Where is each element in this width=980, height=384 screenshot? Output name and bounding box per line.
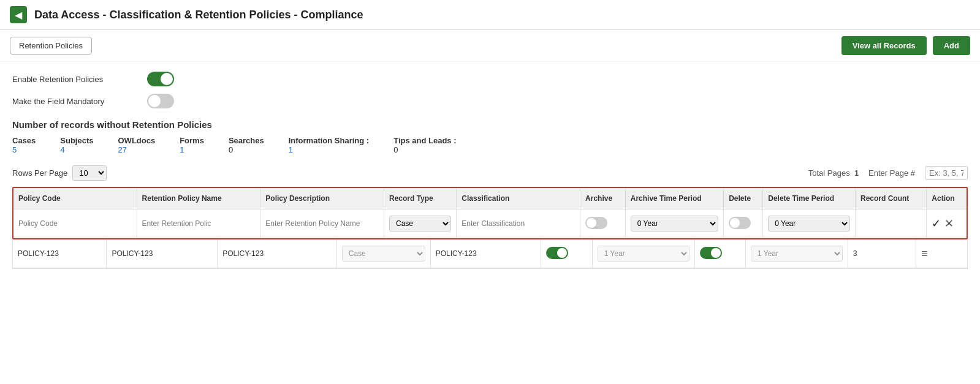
stat-info-sharing-value[interactable]: 1 [289,145,369,154]
new-record-type-select[interactable]: Case Subject OWLdoc Form [389,216,451,232]
rows-per-page-label: Rows Per Page [12,168,67,178]
existing-delete-knob [711,248,721,258]
new-archive-toggle[interactable] [585,217,607,229]
new-archive-time-cell: 0 Year 1 Year 2 Year 3 Year [625,209,723,238]
mandatory-field-row: Make the Field Mandatory [12,94,968,108]
stat-searches-label: Searches [229,136,264,145]
mandatory-field-toggle[interactable] [147,94,174,108]
stat-subjects-label: Subjects [60,136,93,145]
stat-searches-value: 0 [229,145,264,154]
page-number-input[interactable] [925,166,968,180]
new-action-icons: ✓ ✕ [932,217,962,230]
col-policy-code: Policy Code [13,188,137,209]
stat-subjects-value[interactable]: 4 [60,145,93,154]
col-record-count: Record Count [856,188,927,209]
col-archive-time: Archive Time Period [625,188,723,209]
existing-rows-table-wrapper: POLICY-123 POLICY-123 POLICY-123 Case [12,239,968,269]
existing-archive-toggle[interactable] [546,247,568,259]
existing-policy-name-cell: POLICY-123 [107,239,218,268]
new-delete-toggle[interactable] [729,217,751,229]
col-classification: Classification [457,188,580,209]
new-delete-time-cell: 0 Year 1 Year 2 Year [763,209,856,238]
stat-info-sharing-label: Information Sharing : [289,136,369,145]
rows-per-page-area: Rows Per Page 10 25 50 100 [12,165,107,181]
existing-policy-code-cell: POLICY-123 [13,239,107,268]
new-classification-cell [457,209,580,238]
col-archive: Archive [580,188,626,209]
stats-row: Cases 5 Subjects 4 OWLdocs 27 Forms 1 Se… [12,136,968,154]
cancel-row-button[interactable]: ✕ [944,217,954,230]
new-entry-row: Case Subject OWLdoc Form [13,209,967,238]
existing-record-count-value: 3 [853,249,857,258]
new-action-cell: ✓ ✕ [927,209,967,238]
new-record-count-cell [856,209,927,238]
pagination-right: Total Pages 1 Enter Page # [808,166,968,180]
pagination-row: Rows Per Page 10 25 50 100 Total Pages 1… [12,165,968,181]
mandatory-field-label: Make the Field Mandatory [12,97,147,106]
enable-retention-label: Enable Retention Policies [12,75,147,84]
enter-page-label: Enter Page # [868,168,915,178]
tabs-area: Retention Policies [10,37,92,55]
existing-archive-cell [541,239,592,268]
existing-policy-desc-value: POLICY-123 [222,249,264,258]
col-delete: Delete [724,188,763,209]
enable-retention-toggle[interactable] [147,72,174,86]
row-menu-button[interactable]: ≡ [921,247,927,260]
existing-policy-code-value: POLICY-123 [18,249,59,258]
new-policy-code-cell [13,209,137,238]
new-record-type-cell: Case Subject OWLdoc Form [384,209,457,238]
existing-archive-time-select[interactable]: 1 Year [598,246,689,262]
new-classification-input[interactable] [462,219,575,228]
stat-tips-leads: Tips and Leads : 0 [393,136,456,154]
add-button[interactable]: Add [933,36,970,55]
existing-archive-time-cell: 1 Year [592,239,694,268]
new-delete-cell [724,209,763,238]
col-policy-name: Retention Policy Name [137,188,260,209]
new-entry-table: Policy Code Retention Policy Name Policy… [12,187,968,239]
existing-policy-name-value: POLICY-123 [112,249,153,258]
existing-delete-time-select[interactable]: 1 Year [751,246,843,262]
view-all-records-button[interactable]: View all Records [841,36,927,55]
new-archive-time-select[interactable]: 0 Year 1 Year 2 Year 3 Year [631,216,718,232]
new-policy-name-cell [137,209,260,238]
total-pages-value: 1 [854,168,859,178]
existing-delete-time-cell: 1 Year [746,239,848,268]
new-policy-name-input[interactable] [142,219,256,228]
mandatory-field-knob [148,95,161,107]
total-pages-label: Total Pages 1 [808,168,859,178]
stat-forms: Forms 1 [180,136,204,154]
existing-classification-value: POLICY-123 [436,249,477,258]
table-header: Policy Code Retention Policy Name Policy… [13,188,967,209]
save-row-button[interactable]: ✓ [932,217,941,230]
rows-per-page-select[interactable]: 10 25 50 100 [72,165,107,181]
back-button[interactable]: ◀ [10,6,27,23]
stat-owldocs-value[interactable]: 27 [118,145,156,154]
stat-subjects: Subjects 4 [60,136,93,154]
existing-delete-toggle[interactable] [700,247,722,259]
existing-policy-desc-cell: POLICY-123 [218,239,337,268]
new-delete-time-select[interactable]: 0 Year 1 Year 2 Year [768,216,850,232]
page-header: ◀ Data Access - Classification & Retenti… [0,0,980,30]
stat-forms-label: Forms [180,136,204,145]
new-policy-desc-cell [260,209,384,238]
stat-owldocs-label: OWLdocs [118,136,156,145]
retention-policies-tab[interactable]: Retention Policies [10,37,92,55]
existing-record-type-select[interactable]: Case [342,246,425,262]
toolbar-right: View all Records Add [841,36,970,55]
stat-forms-value[interactable]: 1 [180,145,204,154]
page-title: Data Access - Classification & Retention… [34,9,363,21]
stat-cases-label: Cases [12,136,36,145]
existing-action-cell: ≡ [916,239,967,268]
existing-record-type-cell: Case [336,239,430,268]
new-policy-desc-input[interactable] [265,219,379,228]
existing-archive-knob [557,248,567,258]
new-delete-knob [730,218,740,228]
stat-cases-value[interactable]: 5 [12,145,36,154]
col-action: Action [927,188,967,209]
new-policy-code-input[interactable] [18,219,132,228]
existing-delete-cell [694,239,745,268]
stats-section-title: Number of records without Retention Poli… [12,119,968,130]
col-record-type: Record Type [384,188,457,209]
col-policy-desc: Policy Description [260,188,384,209]
enable-retention-row: Enable Retention Policies [12,72,968,86]
